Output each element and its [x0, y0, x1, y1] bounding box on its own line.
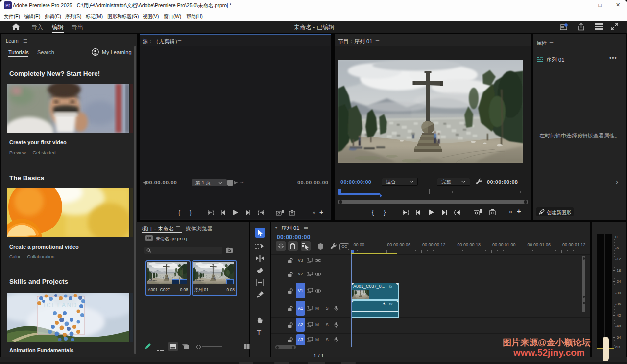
svg-text:ICELAND: ICELAND — [44, 302, 78, 309]
